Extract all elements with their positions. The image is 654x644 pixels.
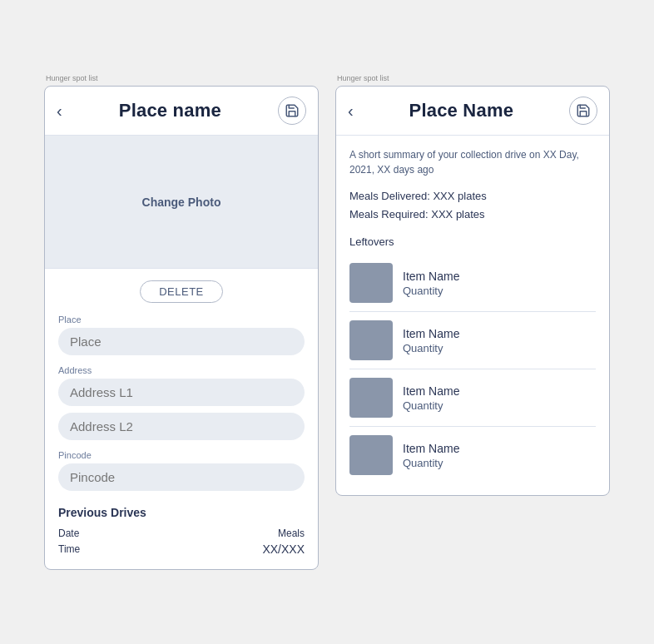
pincode-input[interactable] bbox=[58, 463, 305, 491]
meals-delivered-text: Meals Delivered: XXX plates bbox=[349, 187, 596, 206]
change-photo-label: Change Photo bbox=[142, 196, 221, 209]
right-save-button[interactable] bbox=[569, 97, 597, 125]
address-label: Address bbox=[58, 365, 305, 375]
address-l2-input[interactable] bbox=[58, 413, 305, 440]
item-thumbnail bbox=[349, 435, 393, 475]
item-info: Item Name Quantity bbox=[403, 442, 459, 469]
stats-text: Meals Delivered: XXX plates Meals Requir… bbox=[349, 187, 596, 224]
item-thumbnail bbox=[349, 320, 393, 360]
previous-drives-table: Date Meals Time XX/XXX bbox=[58, 526, 305, 557]
place-label: Place bbox=[58, 315, 305, 324]
list-item: Item Name Quantity bbox=[349, 427, 596, 483]
drives-row-time: Time XX/XXX bbox=[58, 541, 305, 557]
left-screen: ‹ Place name Change Photo DELETE bbox=[44, 86, 319, 570]
time-label: Time bbox=[58, 543, 80, 555]
save-icon-right bbox=[576, 103, 591, 118]
meals-required-text: Meals Required: XXX plates bbox=[349, 206, 596, 224]
place-input[interactable] bbox=[58, 328, 305, 355]
meals-value: XX/XXX bbox=[262, 542, 305, 556]
item-thumbnail bbox=[349, 378, 393, 418]
left-header: ‹ Place name bbox=[45, 87, 318, 136]
item-name: Item Name bbox=[403, 442, 459, 455]
right-app-label: Hunger spot list bbox=[335, 74, 389, 82]
pincode-label: Pincode bbox=[58, 450, 305, 460]
list-item: Item Name Quantity bbox=[349, 255, 596, 312]
address-l1-input[interactable] bbox=[58, 379, 305, 406]
delete-button-row: DELETE bbox=[58, 280, 305, 303]
left-save-button[interactable] bbox=[278, 97, 306, 125]
right-screen-container: Hunger spot list ‹ Place Name A short su… bbox=[335, 74, 610, 496]
screens-wrapper: Hunger spot list ‹ Place name Change Pho… bbox=[44, 74, 610, 570]
save-icon bbox=[285, 103, 300, 118]
right-page-title: Place Name bbox=[409, 100, 514, 121]
left-screen-body: DELETE Place Address Pincode Previous Dr… bbox=[45, 269, 318, 569]
meals-label: Meals bbox=[278, 528, 305, 539]
item-name: Item Name bbox=[403, 270, 459, 283]
item-quantity: Quantity bbox=[403, 285, 459, 297]
drives-row-date: Date Meals bbox=[58, 526, 305, 541]
item-thumbnail bbox=[349, 263, 393, 303]
left-back-button[interactable]: ‹ bbox=[57, 102, 62, 119]
item-quantity: Quantity bbox=[403, 342, 459, 354]
right-screen: ‹ Place Name A short summary of your col… bbox=[335, 86, 610, 496]
left-app-label: Hunger spot list bbox=[44, 74, 98, 82]
item-info: Item Name Quantity bbox=[403, 384, 459, 412]
delete-button[interactable]: DELETE bbox=[140, 280, 223, 303]
item-quantity: Quantity bbox=[403, 399, 459, 412]
date-label: Date bbox=[58, 528, 79, 539]
summary-text: A short summary of your collection drive… bbox=[349, 147, 596, 177]
item-name: Item Name bbox=[403, 384, 459, 398]
list-item: Item Name Quantity bbox=[349, 312, 596, 369]
item-name: Item Name bbox=[403, 327, 459, 340]
right-back-button[interactable]: ‹ bbox=[348, 102, 354, 119]
item-list: Item Name Quantity Item Name Quantity bbox=[349, 255, 596, 483]
list-item: Item Name Quantity bbox=[349, 369, 596, 427]
item-quantity: Quantity bbox=[403, 457, 459, 469]
right-screen-body: A short summary of your collection drive… bbox=[336, 136, 609, 495]
previous-drives-title: Previous Drives bbox=[58, 506, 305, 519]
left-screen-container: Hunger spot list ‹ Place name Change Pho… bbox=[44, 74, 319, 570]
right-header: ‹ Place Name bbox=[336, 87, 609, 136]
item-info: Item Name Quantity bbox=[403, 327, 459, 354]
item-info: Item Name Quantity bbox=[403, 270, 459, 297]
leftovers-label: Leftovers bbox=[349, 235, 596, 248]
photo-section[interactable]: Change Photo bbox=[45, 136, 318, 269]
left-page-title: Place name bbox=[119, 100, 221, 121]
